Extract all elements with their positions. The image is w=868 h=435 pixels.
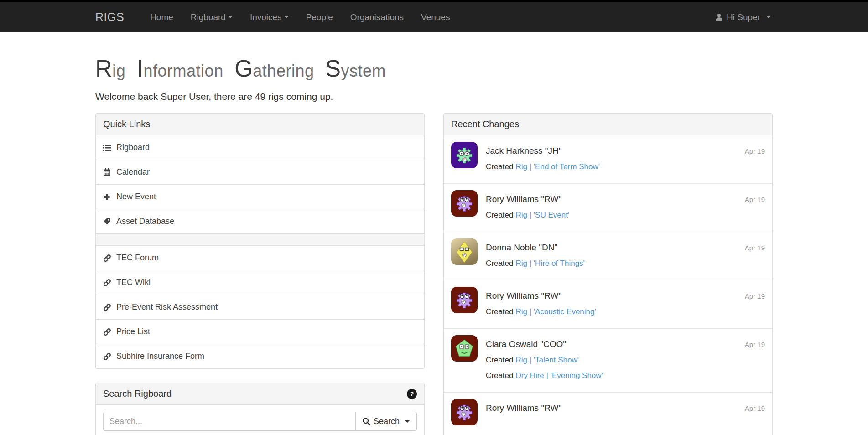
quick-link-pre-event-risk-assessment[interactable]: Pre-Event Risk Assessment: [96, 295, 424, 319]
title-rest: nformation: [144, 62, 223, 80]
change-person-name: Clara Oswald "COO": [486, 339, 566, 349]
search-rigboard-panel: Search Rigboard ? Search: [95, 383, 425, 435]
brand-logo[interactable]: RIGS: [95, 10, 124, 24]
change-date: Apr 19: [745, 404, 765, 412]
quick-link-label: Calendar: [116, 166, 150, 178]
plus-icon: [103, 193, 112, 201]
page-title: Rig Information Gathering System: [95, 55, 773, 82]
change-date: Apr 19: [745, 292, 765, 300]
nav-item-label: Invoices: [250, 12, 282, 22]
change-item: Jack Harkness "JH" Apr 19 CreatedRig | '…: [444, 135, 772, 183]
change-action-prefix: Created: [486, 259, 513, 268]
quick-link-price-list[interactable]: Price List: [96, 319, 424, 344]
search-input[interactable]: [103, 412, 355, 431]
nav-item-venues[interactable]: Venues: [412, 2, 458, 32]
title-initial: I: [137, 56, 144, 82]
title-rest: athering: [253, 62, 314, 80]
title-initial: S: [325, 56, 341, 82]
avatar: [451, 399, 478, 425]
avatar: [451, 190, 478, 217]
nav-item-label: Home: [150, 12, 173, 22]
change-action: CreatedDry Hire | 'Evening Show': [486, 371, 765, 380]
quick-link-subhire-insurance-form[interactable]: Subhire Insurance Form: [96, 344, 424, 368]
chevron-down-icon: [766, 16, 771, 18]
tag-icon: [103, 218, 112, 226]
change-date: Apr 19: [745, 244, 765, 252]
user-menu[interactable]: Hi Super: [713, 2, 773, 32]
change-action-link[interactable]: Dry Hire | 'Evening Show': [515, 371, 603, 380]
nav-item-rigboard[interactable]: Rigboard: [182, 2, 241, 32]
change-action-prefix: Created: [486, 371, 513, 380]
change-date: Apr 19: [745, 196, 765, 203]
main-nav: Home Rigboard Invoices People Organisati…: [141, 2, 458, 32]
nav-item-label: Venues: [421, 12, 450, 22]
nav-item-organisations[interactable]: Organisations: [342, 2, 412, 32]
quick-links-heading: Quick Links: [96, 114, 424, 135]
quick-link-label: New Event: [116, 191, 156, 202]
chevron-down-icon: [228, 16, 233, 18]
quick-link-tec-forum[interactable]: TEC Forum: [96, 245, 424, 270]
link-icon: [103, 279, 112, 287]
panel-title: Quick Links: [103, 119, 150, 129]
change-action: CreatedRig | 'Hire of Things': [486, 259, 765, 268]
panel-title: Search Rigboard: [103, 388, 172, 399]
nav-item-invoices[interactable]: Invoices: [241, 2, 297, 32]
recent-changes-panel: Recent Changes: [443, 113, 773, 435]
user-icon: [715, 13, 723, 21]
quick-link-label: TEC Wiki: [116, 277, 151, 288]
change-action-prefix: Created: [486, 307, 513, 316]
avatar: [451, 335, 478, 362]
change-action-link[interactable]: Rig | 'SU Event': [515, 211, 569, 219]
change-action-prefix: Created: [486, 211, 513, 219]
change-item: Rory Williams "RW" Apr 19 CreatedRig | '…: [444, 183, 772, 232]
quick-link-label: Subhire Insurance Form: [116, 351, 204, 362]
quick-link-label: Price List: [116, 326, 150, 337]
change-item: Donna Noble "DN" Apr 19 CreatedRig | 'Hi…: [444, 232, 772, 280]
panel-title: Recent Changes: [451, 119, 519, 129]
link-icon: [103, 328, 112, 336]
quick-link-label: Rigboard: [116, 142, 150, 153]
title-initial: G: [234, 56, 253, 82]
user-menu-label: Hi Super: [727, 12, 760, 22]
nav-item-label: Rigboard: [191, 12, 226, 22]
link-icon: [103, 254, 112, 262]
avatar: [451, 287, 478, 313]
welcome-message: Welcome back Super User, there are 49 ri…: [95, 91, 773, 102]
change-person-name: Rory Williams "RW": [486, 403, 561, 413]
list-icon: [103, 144, 112, 152]
search-rigboard-heading: Search Rigboard ?: [96, 383, 424, 405]
change-action-prefix: Created: [486, 162, 513, 171]
change-person-name: Rory Williams "RW": [486, 194, 561, 204]
nav-item-label: People: [306, 12, 333, 22]
change-date: Apr 19: [745, 341, 765, 348]
quick-links-separator: [96, 233, 424, 245]
avatar: [451, 238, 478, 265]
change-action: CreatedRig | 'Acoustic Evening': [486, 307, 765, 316]
nav-item-label: Organisations: [350, 12, 404, 22]
change-item: Clara Oswald "COO" Apr 19 CreatedRig | '…: [444, 328, 772, 392]
quick-link-new-event[interactable]: New Event: [96, 184, 424, 209]
nav-item-people[interactable]: People: [297, 2, 342, 32]
quick-link-asset-database[interactable]: Asset Database: [96, 209, 424, 233]
quick-link-calendar[interactable]: Calendar: [96, 160, 424, 184]
search-button[interactable]: Search: [355, 412, 417, 431]
quick-link-tec-wiki[interactable]: TEC Wiki: [96, 270, 424, 295]
question-circle-icon[interactable]: ?: [407, 389, 417, 399]
link-icon: [103, 303, 112, 311]
change-date: Apr 19: [745, 147, 765, 155]
chevron-down-icon: [284, 16, 289, 18]
quick-links-panel: Quick Links Rigboard Calendar: [95, 113, 425, 369]
left-column: Quick Links Rigboard Calendar: [95, 113, 425, 435]
nav-item-home[interactable]: Home: [141, 2, 182, 32]
change-action: CreatedRig | 'Talent Show': [486, 356, 765, 365]
quick-link-rigboard[interactable]: Rigboard: [96, 135, 424, 160]
change-action-link[interactable]: Rig | 'Hire of Things': [515, 259, 584, 268]
change-action-prefix: Created: [486, 356, 513, 364]
change-action-link[interactable]: Rig | 'Acoustic Evening': [515, 307, 596, 316]
change-item: Rory Williams "RW" Apr 19: [444, 392, 772, 435]
change-person-name: Jack Harkness "JH": [486, 146, 562, 156]
change-action-link[interactable]: Rig | 'Talent Show': [515, 356, 578, 364]
chevron-down-icon: [405, 420, 410, 423]
change-action-link[interactable]: Rig | 'End of Term Show': [515, 162, 599, 171]
quick-link-label: Pre-Event Risk Assessment: [116, 301, 218, 313]
